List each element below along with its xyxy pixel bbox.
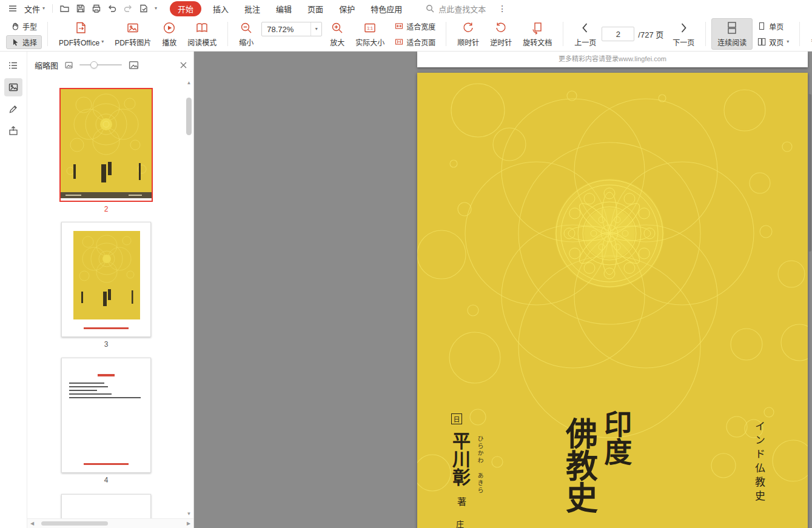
thumbnail-page-2[interactable]: 2 xyxy=(59,88,153,213)
close-panel-icon[interactable] xyxy=(180,61,187,69)
print-icon[interactable] xyxy=(89,1,104,16)
find-text-button[interactable]: 点此查找文本 xyxy=(426,3,486,15)
thumbnail-image-page-2[interactable] xyxy=(59,88,153,202)
save-icon[interactable] xyxy=(73,1,89,16)
file-menu-button[interactable]: 文件 ▾ xyxy=(21,1,49,16)
play-button[interactable]: 播放 xyxy=(156,18,182,50)
thumbnail-image-page-5[interactable] xyxy=(61,494,151,518)
rotate-counterclockwise-label: 逆时针 xyxy=(490,37,512,47)
menubar: 文件 ▾ ▾ 开始 插入 批注 编辑 页面 保护 特色应用 点此查找文本 ⋮ xyxy=(0,0,812,17)
scrollbar-thumb[interactable] xyxy=(186,98,192,135)
chevron-down-icon: ▾ xyxy=(101,39,104,44)
scroll-left-icon[interactable]: ◀ xyxy=(29,521,35,526)
thumbnail-image-page-4[interactable] xyxy=(61,358,151,473)
annotation-panel-icon[interactable] xyxy=(4,100,22,118)
previous-page-button[interactable]: 上一页 xyxy=(569,18,602,50)
tab-home[interactable]: 开始 xyxy=(170,1,201,16)
thumbnail-size-slider[interactable] xyxy=(79,64,122,65)
thumbnail-heading-line xyxy=(98,374,115,376)
page-number-label: 3 xyxy=(104,340,109,349)
fit-page-label: 适合页面 xyxy=(406,37,435,47)
scroll-down-icon[interactable]: ▼ xyxy=(185,510,193,518)
rotate-document-button[interactable]: 旋转文档 xyxy=(517,18,557,50)
thumbnail-vertical-scrollbar[interactable]: ▲ ▼ xyxy=(185,79,193,518)
zoom-in-icon xyxy=(331,21,344,35)
background-button[interactable]: 背景▾ xyxy=(805,18,812,50)
single-page-button[interactable]: 单页 xyxy=(753,19,794,33)
page1-footer-text: 更多精彩内容请登录www.lingfei.com xyxy=(559,53,666,63)
scrollbar-thumb[interactable] xyxy=(808,94,811,252)
fit-width-button[interactable]: 适合宽度 xyxy=(390,19,440,33)
redo-icon[interactable] xyxy=(120,1,136,16)
hand-tool-button[interactable]: 手型 xyxy=(6,19,42,33)
chevron-down-icon: ▾ xyxy=(787,39,789,44)
more-options-icon[interactable]: ⋮ xyxy=(494,4,510,13)
continuous-reading-label: 连续阅读 xyxy=(717,37,747,47)
zoom-out-label: 缩小 xyxy=(239,37,253,47)
next-page-button[interactable]: 下一页 xyxy=(667,18,700,50)
scroll-up-icon[interactable]: ▲ xyxy=(185,79,193,87)
actual-size-button[interactable]: 1:1 实际大小 xyxy=(350,18,390,50)
scroll-right-icon[interactable]: ▶ xyxy=(186,521,192,526)
continuous-reading-button[interactable]: 连续阅读 xyxy=(711,18,753,50)
thumbnail-panel-header: 缩略图 xyxy=(27,52,193,78)
thumbnail-panel-icon[interactable] xyxy=(4,78,22,96)
scrollbar-track[interactable] xyxy=(38,521,183,526)
svg-text:1:1: 1:1 xyxy=(367,25,373,30)
tab-page[interactable]: 页面 xyxy=(300,1,331,16)
rotate-clockwise-button[interactable]: 顺时针 xyxy=(452,18,485,50)
pdf-to-office-button[interactable]: PDF转Office▾ xyxy=(53,18,109,50)
slider-track[interactable] xyxy=(79,64,122,65)
page-number-input[interactable] xyxy=(602,27,634,41)
single-page-icon xyxy=(757,22,766,30)
pdf-reader-app: { "menubar": { "file_label": "文件", "tabs… xyxy=(0,0,812,528)
rotate-clockwise-icon xyxy=(461,21,475,35)
outline-panel-icon[interactable] xyxy=(4,56,22,75)
zoom-in-button[interactable]: 放大 xyxy=(324,18,350,50)
toolbar-options-caret[interactable]: ▾ xyxy=(152,1,160,16)
main-menu-icon[interactable] xyxy=(5,1,21,16)
thumbnail-footer-line xyxy=(84,463,129,465)
divider xyxy=(563,22,563,46)
tab-annotate[interactable]: 批注 xyxy=(237,1,268,16)
rotate-counterclockwise-icon xyxy=(494,21,508,35)
zoom-select-caret[interactable]: ▾ xyxy=(310,22,321,36)
quick-tool-icon[interactable] xyxy=(136,1,152,16)
tab-edit[interactable]: 编辑 xyxy=(268,1,300,16)
fit-page-button[interactable]: 适合页面 xyxy=(390,35,440,49)
actual-size-icon: 1:1 xyxy=(363,21,377,35)
cover-origin-tag: 日 xyxy=(451,413,462,424)
divider xyxy=(705,22,706,46)
double-page-button[interactable]: 双页 ▾ xyxy=(753,35,794,49)
thumbnail-page-5[interactable] xyxy=(61,494,151,518)
pdf-to-image-button[interactable]: PDF转图片 xyxy=(109,18,156,50)
find-text-label: 点此查找文本 xyxy=(438,3,486,15)
zoom-level-select[interactable]: 78.72% ▾ xyxy=(261,22,322,36)
scrollbar-thumb[interactable] xyxy=(41,521,108,526)
document-view[interactable]: 更多精彩内容请登录www.lingfei.com xyxy=(194,52,812,528)
thumbnail-small-icon[interactable] xyxy=(64,61,73,70)
zoom-level-value: 78.72% xyxy=(262,25,310,34)
undo-icon[interactable] xyxy=(104,1,120,16)
open-file-icon[interactable] xyxy=(56,1,73,16)
page-number-label: 4 xyxy=(104,476,109,484)
zoom-out-button[interactable]: 缩小 xyxy=(233,18,259,50)
thumbnail-horizontal-scrollbar[interactable]: ◀ ▶ xyxy=(27,518,193,528)
thumbnail-page-4[interactable]: 4 xyxy=(61,358,151,484)
tab-protect[interactable]: 保护 xyxy=(331,1,363,16)
rotate-counterclockwise-button[interactable]: 逆时针 xyxy=(485,18,517,50)
tab-insert[interactable]: 插入 xyxy=(205,1,237,16)
attachment-panel-icon[interactable] xyxy=(4,122,22,140)
reading-mode-button[interactable]: 阅读模式 xyxy=(182,18,222,50)
cover-author-furigana: ひらかわ あきら xyxy=(475,435,485,494)
thumbnail-image-page-3[interactable] xyxy=(61,222,151,337)
thumbnail-footer-line xyxy=(84,327,129,329)
select-tool-button[interactable]: 选择 xyxy=(6,35,42,49)
document-scrollbar[interactable] xyxy=(807,52,812,528)
thumbnail-large-icon[interactable] xyxy=(128,59,139,71)
pdf-page-2: 印度 佛教史 日 平川彰 ひらかわ あきら 著 庄 インド仏教史 xyxy=(417,73,808,528)
thumbnail-page-3[interactable]: 3 xyxy=(61,222,151,349)
tab-special-apps[interactable]: 特色应用 xyxy=(363,1,410,16)
cover-title-part-2: 佛教史 xyxy=(560,417,597,513)
slider-knob[interactable] xyxy=(90,61,98,69)
